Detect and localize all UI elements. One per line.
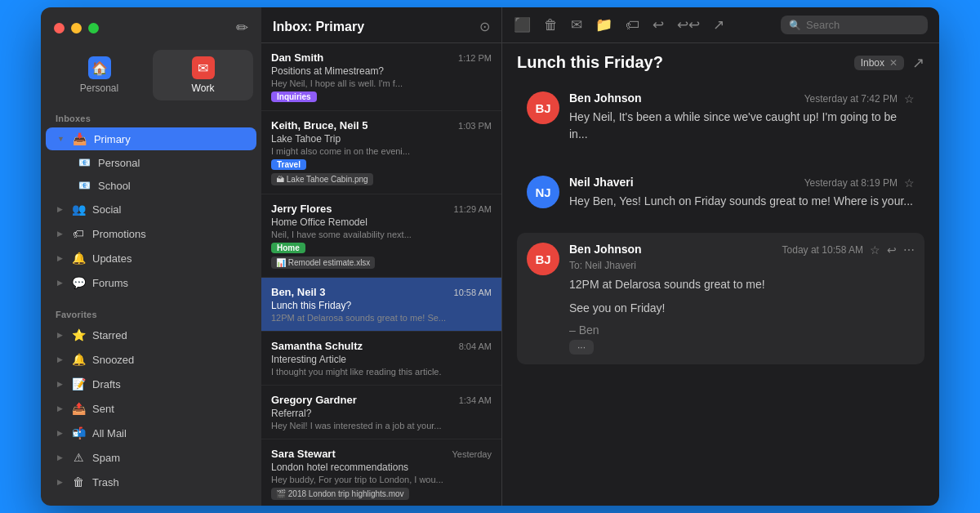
account-tab-personal-label: Personal <box>80 83 118 94</box>
email-item-e1[interactable]: Dan Smith 1:12 PM Positions at Mimestrea… <box>261 43 501 111</box>
close-button[interactable] <box>54 23 65 33</box>
sidebar-item-sent[interactable]: ▶ 📤 Sent <box>46 397 256 420</box>
email-preview: I might also come in on the eveni... <box>271 146 492 156</box>
thread-meta-t1: Yesterday at 7:42 PM ☆ <box>804 92 915 105</box>
email-detail: ⬛ 🗑 ✉ 📁 🏷 ↩ ↩↩ ↗ 🔍 Lunch this Friday? In… <box>502 7 939 506</box>
snoozed-label: Snoozed <box>92 354 247 366</box>
sidebar-item-personal-inbox[interactable]: 📧 Personal <box>46 152 256 173</box>
compose-button[interactable]: ✏ <box>236 19 248 37</box>
thread-star-t1[interactable]: ☆ <box>904 92 915 105</box>
email-time: 1:12 PM <box>458 53 492 63</box>
thread-body-t1: Hey Neil, It's been a while since we've … <box>569 109 915 143</box>
sidebar-item-forums[interactable]: ▶ 💬 Forums <box>46 271 256 294</box>
traffic-lights: ✏ <box>41 7 261 45</box>
personal-section-label: Personal <box>41 501 261 506</box>
thread-sender-t2: Neil Jhaveri <box>569 176 634 189</box>
avatar-ben-2: BJ <box>527 243 559 275</box>
sidebar-item-spam[interactable]: ▶ ⚠ Spam <box>46 446 256 469</box>
expand-arrow-trash: ▶ <box>57 478 63 486</box>
thread-body-t3-line2: See you on Friday! <box>569 300 915 317</box>
work-icon: ✉ <box>192 56 215 79</box>
expand-arrow-sent: ▶ <box>57 404 63 413</box>
sidebar-item-trash[interactable]: ▶ 🗑 Trash <box>46 471 256 493</box>
email-time: 11:29 AM <box>454 204 492 214</box>
email-items: Dan Smith 1:12 PM Positions at Mimestrea… <box>261 43 501 506</box>
email-subject: Referral? <box>271 408 492 419</box>
sidebar-item-snoozed[interactable]: ▶ 🔔 Snoozed <box>46 348 256 371</box>
expand-arrow-primary: ▼ <box>57 135 65 143</box>
forward-as-icon[interactable]: ✉ <box>571 16 582 33</box>
expand-arrow-starred: ▶ <box>57 331 63 339</box>
inbox-badge-close[interactable]: ✕ <box>889 57 898 69</box>
snoozed-icon: 🔔 <box>71 353 86 366</box>
thread-content-t2: Neil Jhaveri Yesterday at 8:19 PM ☆ Hey … <box>569 176 915 210</box>
email-item-top: Dan Smith 1:12 PM <box>271 51 492 64</box>
sidebar-item-social[interactable]: ▶ 👥 Social <box>46 198 256 221</box>
search-bar: 🔍 <box>781 16 928 34</box>
email-time: 1:03 PM <box>458 121 492 131</box>
fullscreen-button[interactable] <box>88 23 99 33</box>
trash-toolbar-icon[interactable]: 🗑 <box>544 17 558 33</box>
email-item-top: Samantha Schultz 8:04 AM <box>271 340 492 352</box>
expand-arrow-spam: ▶ <box>57 453 63 462</box>
thread-to-t3: To: Neil Jhaveri <box>569 260 915 271</box>
personal-inbox-icon: 📧 <box>77 157 91 168</box>
email-item-e5[interactable]: Samantha Schultz 8:04 AM Interesting Art… <box>261 332 501 386</box>
more-actions-icon[interactable]: ⋯ <box>903 243 915 256</box>
filter-icon[interactable]: ⊙ <box>479 19 490 34</box>
expand-arrow-all-mail: ▶ <box>57 429 63 437</box>
move-icon[interactable]: 📁 <box>595 16 612 33</box>
thread-content-t1: Ben Johnson Yesterday at 7:42 PM ☆ Hey N… <box>569 91 915 143</box>
sidebar-item-updates[interactable]: ▶ 🔔 Updates <box>46 247 256 270</box>
label-icon[interactable]: 🏷 <box>626 17 639 33</box>
quick-reply-icon[interactable]: ↩ <box>887 243 897 256</box>
account-tab-personal[interactable]: 🏠 Personal <box>49 50 149 100</box>
favorites-label: Favorites <box>41 301 261 323</box>
sidebar-item-all-mail[interactable]: ▶ 📬 All Mail <box>46 422 256 444</box>
sidebar-item-promotions[interactable]: ▶ 🏷 Promotions <box>46 222 256 245</box>
archive-icon[interactable]: ⬛ <box>514 16 531 33</box>
email-sender: Samantha Schultz <box>271 340 363 352</box>
spam-icon: ⚠ <box>71 451 86 464</box>
reply-icon[interactable]: ↩ <box>653 16 664 33</box>
share-icon[interactable]: ↗ <box>713 16 724 33</box>
email-item-e3[interactable]: Jerry Flores 11:29 AM Home Office Remode… <box>261 194 501 278</box>
email-preview: Neil, I have some availability next... <box>271 230 492 239</box>
reply-all-icon[interactable]: ↩↩ <box>677 16 700 33</box>
avatar-neil: NJ <box>527 176 559 208</box>
account-tab-work-label: Work <box>192 83 215 94</box>
search-icon: 🔍 <box>789 20 801 31</box>
sidebar-item-starred[interactable]: ▶ ⭐ Starred <box>46 323 256 346</box>
detail-share-icon[interactable]: ↗ <box>912 54 924 72</box>
detail-subject: Lunch this Friday? <box>517 53 846 72</box>
sidebar-item-drafts[interactable]: ▶ 📝 Drafts <box>46 372 256 395</box>
thread-header-t3: Ben Johnson Today at 10:58 AM ☆ ↩ ⋯ <box>569 243 915 256</box>
thread-meta-t2: Yesterday at 8:19 PM ☆ <box>804 176 915 190</box>
email-item-e2[interactable]: Keith, Bruce, Neil 5 1:03 PM Lake Tahoe … <box>261 111 501 194</box>
thread-time-t1: Yesterday at 7:42 PM <box>804 93 898 105</box>
search-input[interactable] <box>806 19 912 31</box>
email-subject: London hotel recommendations <box>271 462 492 473</box>
sent-label: Sent <box>92 403 247 415</box>
school-icon: 📧 <box>77 180 91 191</box>
thread-sig-t3: – Ben <box>569 323 915 337</box>
email-time: 10:58 AM <box>454 288 492 297</box>
email-item-e6[interactable]: Gregory Gardner 1:34 AM Referral? Hey Ne… <box>261 386 501 439</box>
email-subject: Positions at Mimestream? <box>271 65 492 77</box>
email-attachment: 🎬 2018 London trip highlights.mov <box>271 488 409 500</box>
email-item-e7[interactable]: Sara Stewart Yesterday London hotel reco… <box>261 439 501 506</box>
show-more-button[interactable]: ··· <box>569 340 594 355</box>
thread-star-t3[interactable]: ☆ <box>870 243 880 256</box>
account-tab-work[interactable]: ✉ Work <box>153 50 253 100</box>
thread-body-t3-line1: 12PM at Delarosa sounds great to me! <box>569 276 915 293</box>
thread-star-t2[interactable]: ☆ <box>904 176 915 190</box>
trash-label: Trash <box>92 476 247 488</box>
email-badge: Inquiries <box>271 91 317 102</box>
email-item-e4[interactable]: Ben, Neil 3 10:58 AM Lunch this Friday? … <box>261 278 501 332</box>
avatar-ben-1: BJ <box>527 91 559 124</box>
sidebar-item-school[interactable]: 📧 School <box>46 175 256 196</box>
sidebar-item-primary[interactable]: ▼ 📥 Primary <box>46 127 256 150</box>
minimize-button[interactable] <box>71 23 82 33</box>
email-item-top: Sara Stewart Yesterday <box>271 448 492 460</box>
detail-toolbar: ⬛ 🗑 ✉ 📁 🏷 ↩ ↩↩ ↗ 🔍 <box>502 7 939 43</box>
